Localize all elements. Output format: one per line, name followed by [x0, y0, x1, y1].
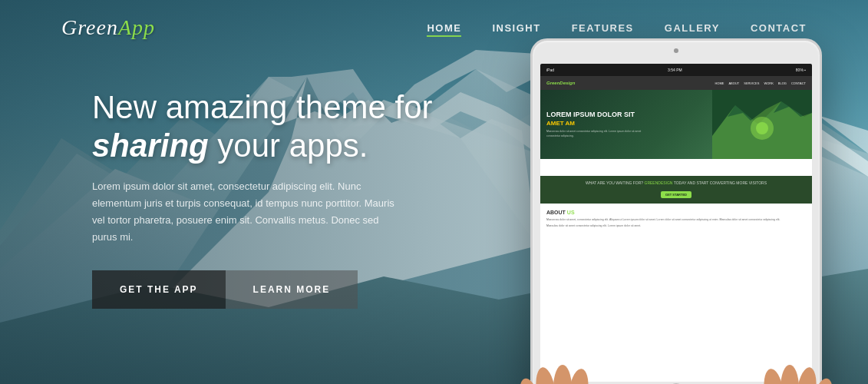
mini-link-contact: CONTACT — [791, 81, 806, 85]
mini-link-work: WORK — [764, 81, 773, 85]
mini-cta-text: WHAT ARE YOU WAITING FOR? GREENDESIGN TO… — [546, 180, 806, 185]
nav-item-gallery[interactable]: GALLERY — [665, 21, 720, 35]
hero-section: GreenApp HOME INSIGHT FEATURES GALLERY C… — [0, 0, 868, 384]
mini-cta-brand: GREENDESIGN — [645, 180, 673, 185]
mini-hero-desc: Maecenas dolor sit amet consectetur adip… — [546, 130, 646, 138]
hero-description: Lorem ipsum dolor sit amet, consectetur … — [92, 178, 399, 246]
tablet-container: iPad 3:54 PM 80% ▪ GreenDesign HOME ABOU… — [507, 38, 845, 384]
status-time: 3:54 PM — [668, 68, 682, 72]
headline-line1: New amazing theme for — [92, 89, 433, 125]
mini-about-us: US — [567, 210, 575, 215]
mini-about-text: Maecenas dolor sit amet, consectetur adi… — [546, 218, 806, 223]
hero-content: New amazing theme for sharing your apps.… — [92, 88, 433, 309]
nav-link-home[interactable]: HOME — [427, 22, 461, 37]
svg-point-26 — [781, 365, 799, 384]
get-app-button[interactable]: GET THE APP — [92, 270, 226, 309]
mini-nav-links: HOME ABOUT SERVICES WORK BLOG CONTACT — [715, 81, 806, 85]
tablet-camera — [674, 48, 678, 53]
logo: GreenApp — [61, 15, 155, 40]
nav-link-contact[interactable]: CONTACT — [751, 22, 807, 34]
hero-headline: New amazing theme for sharing your apps. — [92, 88, 433, 166]
headline-bold: sharing — [92, 127, 209, 164]
nav-item-contact[interactable]: CONTACT — [751, 21, 807, 35]
hands-container — [507, 300, 845, 384]
mini-about-section: ABOUT US Maecenas dolor sit amet, consec… — [540, 204, 812, 234]
mini-hero-title: LOREM IPSUM DOLOR SIT — [546, 111, 646, 118]
hero-buttons: GET THE APP LEARN MORE — [92, 270, 433, 309]
mini-hero-section: LOREM IPSUM DOLOR SIT AMET AM Maecenas d… — [540, 90, 812, 159]
mini-input-bar: Enter your email address... — [546, 164, 806, 171]
mini-logo: GreenDesign — [546, 81, 575, 85]
status-battery: 80% ▪ — [796, 68, 806, 72]
nav-links: HOME INSIGHT FEATURES GALLERY CONTACT — [427, 21, 807, 35]
nav-item-home[interactable]: HOME — [427, 21, 461, 35]
logo-text: Green — [61, 15, 118, 39]
mini-link-services: SERVICES — [744, 81, 759, 85]
nav-link-insight[interactable]: INSIGHT — [492, 22, 540, 34]
tablet-status-bar: iPad 3:54 PM 80% ▪ — [540, 64, 812, 76]
svg-point-15 — [756, 122, 768, 134]
mini-nav: GreenDesign HOME ABOUT SERVICES WORK BLO… — [540, 76, 812, 90]
mini-hero-bg — [712, 90, 812, 159]
logo-accent: App — [118, 15, 155, 39]
svg-point-22 — [553, 365, 572, 384]
mini-hero-subtitle: AMET AM — [546, 120, 646, 127]
nav-item-insight[interactable]: INSIGHT — [492, 21, 540, 35]
mini-link-about: ABOUT — [728, 81, 739, 85]
mini-input-text: Enter your email address... — [550, 166, 586, 170]
nav-link-gallery[interactable]: GALLERY — [665, 22, 720, 34]
nav-item-features[interactable]: FEATURES — [572, 21, 634, 35]
mini-about-text2: Maeculas dolor sit amet consectetur adip… — [546, 224, 806, 229]
nav-link-features[interactable]: FEATURES — [572, 22, 634, 34]
mini-hero-text: LOREM IPSUM DOLOR SIT AMET AM Maecenas d… — [546, 111, 646, 138]
headline-suffix: your apps. — [209, 127, 368, 164]
mini-link-blog: BLOG — [778, 81, 787, 85]
mini-cta-bar: WHAT ARE YOU WAITING FOR? GREENDESIGN TO… — [540, 176, 812, 204]
mini-cta-button: GET STARTED — [661, 191, 691, 198]
mini-about-title: ABOUT US — [546, 210, 806, 215]
status-device: iPad — [546, 68, 554, 72]
mini-link-home: HOME — [715, 81, 724, 85]
learn-more-button[interactable]: LEARN MORE — [226, 270, 358, 309]
